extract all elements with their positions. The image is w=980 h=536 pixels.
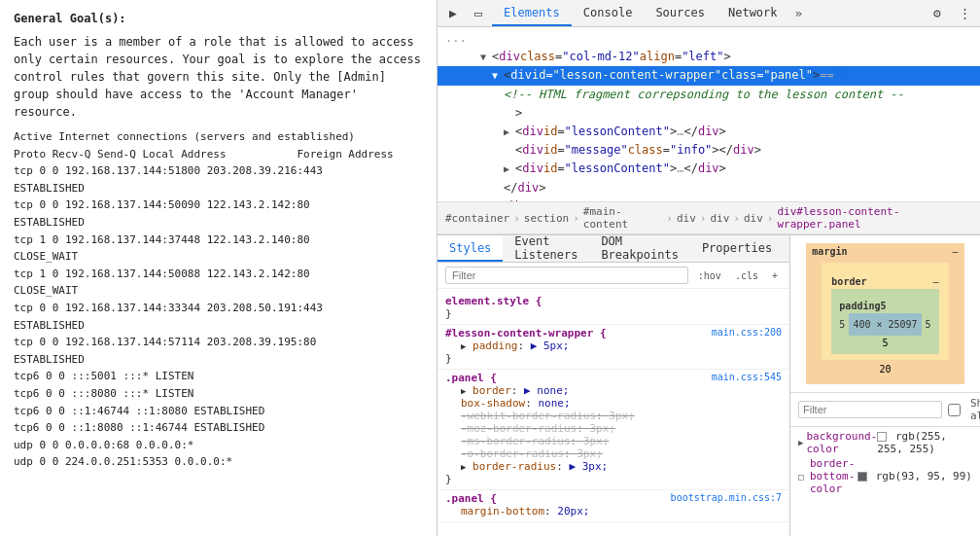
html-line-message[interactable]: <div id="message" class="info"></div> xyxy=(438,141,980,160)
padding-box: padding5 5 400 × 25097 5 xyxy=(831,289,938,354)
devtools-panel: ▶ ▭ Elements Console Sources Network » ⚙… xyxy=(438,0,980,536)
bc-div1[interactable]: div xyxy=(677,212,696,225)
bc-lesson-wrapper[interactable]: div#lesson-content-wrapper.panel xyxy=(777,205,972,231)
style-rule-panel-545: .panel { main.css:545 ▶ border: ▶ none; … xyxy=(438,370,789,490)
padding-left-val: 5 xyxy=(839,319,845,330)
triangle-icon[interactable]: ▼ xyxy=(480,50,492,65)
border-label: border xyxy=(831,276,866,287)
bc-div3[interactable]: div xyxy=(744,212,763,225)
prop-triangle-icon[interactable]: ▶ xyxy=(461,341,466,351)
show-all-label: Show all xyxy=(970,397,980,422)
goal-description: Each user is a member of a role that is … xyxy=(14,33,423,121)
bc-div2[interactable]: div xyxy=(710,212,729,225)
goal-title: General Goal(s): xyxy=(14,10,423,27)
bg-color-swatch xyxy=(877,432,887,442)
html-line[interactable]: ... xyxy=(438,29,980,48)
triangle-icon[interactable]: ▶ xyxy=(504,161,515,177)
box-computed[interactable]: ▶ background-color rgb(255, 255, 255) □ … xyxy=(790,427,980,536)
html-line-gt[interactable]: > xyxy=(438,104,980,123)
lower-panel: Styles Event Listeners DOM Breakpoints P… xyxy=(438,234,980,536)
tab-console[interactable]: Console xyxy=(572,0,645,26)
margin-top-val: – xyxy=(953,246,959,257)
margin-label: margin xyxy=(812,246,847,257)
tab-event-listeners[interactable]: Event Listeners xyxy=(503,235,589,262)
filter-bar: :hov .cls + xyxy=(438,263,789,289)
html-line-lessoncontent2[interactable]: ▶ <div id="lessonContent">…</div> xyxy=(438,160,980,178)
tab-accessibility[interactable]: Accessibility xyxy=(784,235,790,262)
bc-section[interactable]: section xyxy=(524,212,569,225)
devtools-top-tabs: Elements Console Sources Network » xyxy=(492,0,924,26)
source-link-lcw[interactable]: main.css:200 xyxy=(712,327,782,338)
network-connections: Active Internet connections (servers and… xyxy=(14,128,423,471)
prop-triangle-icon[interactable]: ▶ xyxy=(461,386,466,396)
expand-bg-icon[interactable]: ▶ xyxy=(798,438,807,447)
ellipsis-top: ... xyxy=(445,29,467,48)
style-rule-element: element.style { } xyxy=(438,293,789,325)
html-line-comment1[interactable]: <!-- HTML fragment correpsonding to the … xyxy=(438,86,980,104)
source-link-bootstrap[interactable]: bootstrap.min.css:7 xyxy=(671,492,782,503)
border-box: border – padding5 5 xyxy=(822,263,948,360)
box-filter-row: Show all xyxy=(790,392,980,427)
box-model-panel: margin – border – padding5 xyxy=(790,235,980,536)
box-filter-input[interactable] xyxy=(798,401,942,418)
left-panel: General Goal(s): Each user is a member o… xyxy=(0,0,438,536)
style-rule-panel-bootstrap: .panel { bootstrap.min.css:7 margin-bott… xyxy=(438,490,789,522)
filter-input[interactable] xyxy=(445,267,688,284)
hov-button[interactable]: :hov xyxy=(694,268,725,283)
styles-tabs: Styles Event Listeners DOM Breakpoints P… xyxy=(438,235,789,263)
show-all-checkbox[interactable] xyxy=(948,404,961,416)
triangle-selected-icon[interactable]: ▼ xyxy=(492,68,504,84)
breadcrumb: #container › section › #main-content › d… xyxy=(438,201,980,234)
margin-bottom-val: 20 xyxy=(879,364,891,375)
tab-network[interactable]: Network xyxy=(717,0,789,26)
content-box: 400 × 25097 xyxy=(849,313,921,336)
cls-button[interactable]: .cls xyxy=(731,268,762,283)
padding-right-val: 5 xyxy=(926,319,931,330)
settings-icon[interactable]: ⚙ xyxy=(926,2,949,25)
computed-bg-name: background-color xyxy=(807,430,878,455)
computed-bbc-val: rgb(93, 95, 99) xyxy=(858,470,972,482)
computed-row-border-bottom: □ border-bottom-color rgb(93, 95, 99) xyxy=(790,456,980,496)
computed-bbc-name: border-bottom-color xyxy=(810,457,858,495)
style-rule-lcw: #lesson-content-wrapper { main.css:200 ▶… xyxy=(438,325,789,370)
menu-icon[interactable]: ⋮ xyxy=(953,2,976,25)
bc-container[interactable]: #container xyxy=(445,212,509,225)
computed-bg-val: rgb(255, 255, 255) xyxy=(877,430,972,455)
tab-dom-breakpoints[interactable]: DOM Breakpoints xyxy=(589,235,689,262)
padding-label: padding5 xyxy=(839,301,886,311)
device-icon[interactable]: ▭ xyxy=(467,2,490,25)
styles-content[interactable]: element.style { } #lesson-content-wrappe… xyxy=(438,289,789,536)
add-style-button[interactable]: + xyxy=(768,268,782,283)
html-line-close1[interactable]: </div> xyxy=(438,179,980,197)
devtools-toolbar: ▶ ▭ Elements Console Sources Network » ⚙… xyxy=(438,0,980,27)
border-dash: – xyxy=(933,276,939,287)
box-model-visual: margin – border – padding5 xyxy=(790,235,980,392)
styles-panel: Styles Event Listeners DOM Breakpoints P… xyxy=(438,235,790,536)
tab-styles[interactable]: Styles xyxy=(438,235,503,262)
bc-main-content[interactable]: #main-content xyxy=(583,205,662,231)
triangle-icon[interactable]: ▶ xyxy=(504,125,515,140)
html-panel[interactable]: ... ▼ <div class="col-md-12" align="left… xyxy=(438,27,980,201)
tab-sources[interactable]: Sources xyxy=(644,0,717,26)
source-link-panel-545[interactable]: main.css:545 xyxy=(712,372,782,382)
computed-row-bg: ▶ background-color rgb(255, 255, 255) xyxy=(790,429,980,456)
more-tabs-icon[interactable]: » xyxy=(789,6,809,20)
margin-box: margin – border – padding5 xyxy=(806,243,963,384)
inspect-icon[interactable]: ▶ xyxy=(441,2,465,25)
content-dimensions: 400 × 25097 xyxy=(853,319,917,330)
padding-bottom-val: 5 xyxy=(882,338,888,348)
expand-bbc-icon[interactable]: □ xyxy=(798,472,810,482)
toolbar-right: ⚙ ⋮ xyxy=(926,2,976,25)
tab-properties[interactable]: Properties xyxy=(690,235,784,262)
prop-triangle-icon[interactable]: ▶ xyxy=(461,462,466,472)
bbc-color-swatch xyxy=(858,472,867,482)
html-line-selected[interactable]: ▼ <div id="lesson-content-wrapper" class… xyxy=(438,66,980,85)
tab-elements[interactable]: Elements xyxy=(492,0,572,26)
html-line-lessoncontent1[interactable]: ▶ <div id="lessonContent">…</div> xyxy=(438,123,980,141)
html-line-col12[interactable]: ▼ <div class="col-md-12" align="left"> xyxy=(438,48,980,66)
